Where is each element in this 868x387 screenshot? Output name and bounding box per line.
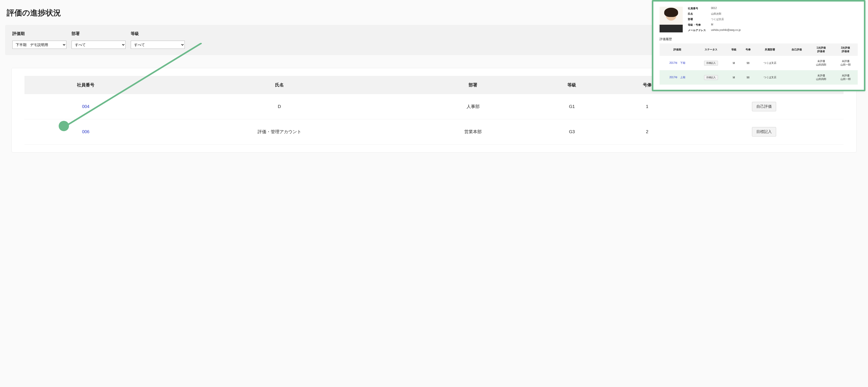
cell-grade: G3: [534, 119, 609, 144]
history-dept: つくば支店: [755, 56, 784, 70]
hcol-primary-eval: 1次評価評価者: [809, 43, 834, 56]
hcol-dept: 所属部署: [755, 43, 784, 56]
info-label-grade-step: 等級・号俸: [688, 23, 708, 27]
history-title: 評価履歴: [659, 37, 858, 41]
info-value-emp-id: 0012: [711, 7, 741, 9]
hcol-secondary-eval: 2次評価評価者: [833, 43, 858, 56]
info-label-emp-id: 社員番号: [688, 7, 708, 10]
info-label-email: メールアドレス: [688, 29, 708, 32]
avatar: [659, 7, 683, 32]
filter-period-label: 評価期: [12, 31, 66, 36]
hcol-status: ステータス: [695, 43, 727, 56]
col-department: 部署: [412, 76, 534, 94]
employee-detail-popup: 社員番号 0012 氏名 山田次郎 部署 つくば支店 等級・号俸 M メールアド…: [652, 0, 865, 91]
hcol-grade: 等級: [727, 43, 741, 56]
info-label-dept: 部署: [688, 18, 708, 21]
history-grade: M: [727, 56, 741, 70]
filter-department-label: 部署: [71, 31, 126, 36]
history-salary-step: 98: [741, 56, 755, 70]
history-period-link[interactable]: 2017年 下期: [669, 61, 685, 64]
history-status-badge: 目標記入: [704, 61, 718, 66]
filter-grade-select[interactable]: すべて: [131, 41, 185, 49]
cell-department: 人事部: [412, 94, 534, 119]
emp-id-link[interactable]: 004: [82, 104, 89, 109]
history-header-row: 評価期 ステータス 等級 号俸 所属部署 自己評価 1次評価評価者 2次評価評価…: [659, 43, 858, 56]
filter-period-group: 評価期 下半期 デモ説明用: [12, 31, 66, 49]
history-table: 評価期 ステータス 等級 号俸 所属部署 自己評価 1次評価評価者 2次評価評価…: [659, 43, 858, 85]
info-value-name: 山田次郎: [711, 12, 741, 16]
info-value-grade-step: M: [711, 23, 741, 26]
history-status-badge: 目標記入: [704, 75, 718, 80]
history-self-eval: [785, 56, 809, 70]
cell-grade: G1: [534, 94, 609, 119]
hcol-salary-step: 号俸: [741, 43, 755, 56]
filter-grade-group: 等級 すべて: [131, 31, 185, 49]
cell-name: D: [147, 94, 412, 119]
cell-salary-step: 2: [610, 119, 685, 144]
history-primary-eval: 未評価山田四郎: [809, 70, 834, 85]
history-period-link[interactable]: 2017年 上期: [669, 76, 685, 79]
filter-period-select[interactable]: 下半期 デモ説明用: [12, 41, 66, 49]
history-row: 2017年 上期 目標記入 M 98 つくば支店 未評価山田四郎 未評価山田一郎: [659, 70, 858, 85]
history-dept: つくば支店: [755, 70, 784, 85]
filter-grade-label: 等級: [131, 31, 185, 36]
table-row: 006 評価・管理アカウント 営業本部 G3 2 目標記入: [25, 119, 843, 144]
filter-department-select[interactable]: すべて: [71, 41, 126, 49]
status-badge: 自己評価: [752, 102, 776, 111]
cell-department: 営業本部: [412, 119, 534, 144]
history-secondary-eval: 未評価山田一郎: [833, 70, 858, 85]
info-value-dept: つくば支店: [711, 18, 741, 21]
table-row: 004 D 人事部 G1 1 自己評価: [25, 94, 843, 119]
info-label-name: 氏名: [688, 12, 708, 16]
col-grade: 等級: [534, 76, 609, 94]
col-emp-id: 社員番号: [25, 76, 147, 94]
emp-id-link[interactable]: 006: [82, 129, 89, 134]
history-row: 2017年 下期 目標記入 M 98 つくば支店 未評価山田四郎 未評価山田一郎: [659, 56, 858, 70]
history-salary-step: 98: [741, 70, 755, 85]
info-value-email: ushida.yoshiki@awg.co.jp: [711, 29, 741, 31]
cell-salary-step: 1: [610, 94, 685, 119]
history-secondary-eval: 未評価山田一郎: [833, 56, 858, 70]
status-badge: 目標記入: [752, 127, 776, 136]
col-name: 氏名: [147, 76, 412, 94]
hcol-self-eval: 自己評価: [785, 43, 809, 56]
filter-department-group: 部署 すべて: [71, 31, 126, 49]
cell-name: 評価・管理アカウント: [147, 119, 412, 144]
history-self-eval: [785, 70, 809, 85]
history-grade: M: [727, 70, 741, 85]
employee-info: 社員番号 0012 氏名 山田次郎 部署 つくば支店 等級・号俸 M メールアド…: [688, 7, 741, 32]
history-primary-eval: 未評価山田四郎: [809, 56, 834, 70]
hcol-period: 評価期: [659, 43, 695, 56]
